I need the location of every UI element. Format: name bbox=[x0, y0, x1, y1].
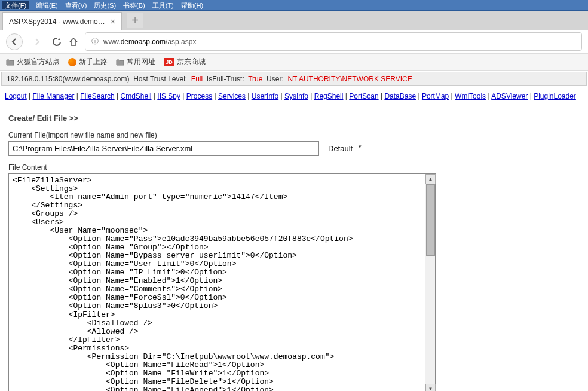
folder-icon bbox=[6, 59, 14, 66]
jd-icon: JD bbox=[164, 58, 174, 66]
reload-icon bbox=[51, 36, 62, 47]
arrow-right-icon bbox=[32, 37, 42, 47]
file-content-label: File Content bbox=[8, 163, 580, 172]
encoding-select[interactable]: Default bbox=[324, 142, 365, 155]
tab-close-icon[interactable]: × bbox=[111, 17, 115, 26]
scroll-down-button[interactable]: ▼ bbox=[425, 384, 436, 391]
bookmark-common-urls[interactable]: 常用网址 bbox=[116, 57, 155, 67]
browser-tab[interactable]: ASPXSpy2014 - www.demoasp.c × bbox=[2, 12, 122, 30]
nav-link-process[interactable]: Process bbox=[186, 92, 212, 100]
tab-strip: ASPXSpy2014 - www.demoasp.c × + bbox=[0, 11, 588, 30]
host-address: 192.168.0.115:80(www.demoasp.com) bbox=[7, 75, 129, 83]
bookmark-firefox-official[interactable]: 火狐官方站点 bbox=[6, 57, 60, 67]
firefox-icon bbox=[68, 58, 76, 66]
file-content-text[interactable]: <FileZillaServer> <Settings> <Item name=… bbox=[9, 174, 426, 391]
nav-link-portmap[interactable]: PortMap bbox=[422, 92, 449, 100]
folder-icon bbox=[116, 59, 124, 66]
back-button[interactable] bbox=[6, 33, 23, 50]
user-value: NT AUTHORITY\NETWORK SERVICE bbox=[287, 75, 412, 83]
function-nav: Logout | File Manager | FileSearch | Cmd… bbox=[0, 90, 588, 103]
bookmarks-bar: 火狐官方站点 新手上路 常用网址 JD 京东商城 bbox=[0, 54, 588, 71]
nav-link-database[interactable]: DataBase bbox=[384, 92, 416, 100]
trust-label: Host Trust Level: bbox=[133, 75, 187, 83]
nav-link-services[interactable]: Services bbox=[218, 92, 246, 100]
scroll-up-button[interactable]: ▲ bbox=[425, 174, 436, 184]
menu-file[interactable]: 文件(F) bbox=[2, 1, 29, 9]
user-label: User: bbox=[267, 75, 284, 83]
browser-menu-bar: 文件(F) 编辑(E) 查看(V) 历史(S) 书签(B) 工具(T) 帮助(H… bbox=[0, 0, 588, 11]
nav-bar: ⓘ www.demoasp.com/asp.aspx bbox=[0, 30, 588, 54]
current-file-input[interactable] bbox=[8, 141, 319, 156]
nav-link-adsviewer[interactable]: ADSViewer bbox=[491, 92, 528, 100]
tab-title: ASPXSpy2014 - www.demoasp.c bbox=[9, 17, 106, 26]
host-info-bar: 192.168.0.115:80(www.demoasp.com) Host T… bbox=[1, 72, 587, 86]
nav-link-logout[interactable]: Logout bbox=[5, 92, 27, 100]
menu-tools[interactable]: 工具(T) bbox=[152, 1, 174, 9]
nav-link-iis-spy[interactable]: IIS Spy bbox=[157, 92, 180, 100]
file-content-textarea[interactable]: <FileZillaServer> <Settings> <Item name=… bbox=[8, 173, 436, 391]
menu-view[interactable]: 查看(V) bbox=[65, 1, 87, 9]
menu-edit[interactable]: 编辑(E) bbox=[36, 1, 58, 9]
new-tab-button[interactable]: + bbox=[127, 13, 143, 28]
arrow-left-icon bbox=[10, 37, 19, 47]
nav-link-sysinfo[interactable]: SysInfo bbox=[284, 92, 308, 100]
page-content: 192.168.0.115:80(www.demoasp.com) Host T… bbox=[0, 72, 588, 391]
reload-button[interactable] bbox=[51, 36, 62, 47]
nav-link-regshell[interactable]: RegShell bbox=[314, 92, 344, 100]
nav-link-wmitools[interactable]: WmiTools bbox=[455, 92, 486, 100]
scroll-thumb[interactable] bbox=[426, 184, 435, 256]
bookmark-jd[interactable]: JD 京东商城 bbox=[164, 57, 206, 67]
form-title: Create/ Edit File >> bbox=[8, 114, 580, 123]
menu-bookmarks[interactable]: 书签(B) bbox=[123, 1, 145, 9]
bookmark-newbie[interactable]: 新手上路 bbox=[68, 57, 108, 67]
home-icon bbox=[68, 36, 79, 47]
isfull-value: True bbox=[248, 75, 262, 83]
nav-link-pluginloader[interactable]: PluginLoader bbox=[534, 92, 576, 100]
menu-help[interactable]: 帮助(H) bbox=[181, 1, 203, 9]
nav-link-userinfo[interactable]: UserInfo bbox=[252, 92, 278, 100]
url-text: www.demoasp.com/asp.aspx bbox=[103, 38, 196, 46]
vertical-scrollbar[interactable]: ▲ ▼ bbox=[425, 174, 435, 391]
home-button[interactable] bbox=[68, 36, 79, 47]
nav-link-filesearch[interactable]: FileSearch bbox=[80, 92, 114, 100]
nav-link-cmdshell[interactable]: CmdShell bbox=[120, 92, 151, 100]
forward-button bbox=[29, 33, 45, 50]
isfull-label: IsFull-Trust: bbox=[207, 75, 244, 83]
site-info-icon[interactable]: ⓘ bbox=[91, 36, 99, 47]
file-edit-form: Create/ Edit File >> Current File(import… bbox=[0, 109, 588, 391]
current-file-label: Current File(import new file name and ne… bbox=[8, 131, 580, 139]
nav-link-portscan[interactable]: PortScan bbox=[349, 92, 378, 100]
trust-value: Full bbox=[191, 75, 203, 83]
menu-history[interactable]: 历史(S) bbox=[94, 1, 116, 9]
nav-link-file-manager[interactable]: File Manager bbox=[33, 92, 75, 100]
url-bar[interactable]: ⓘ www.demoasp.com/asp.aspx bbox=[85, 32, 582, 51]
